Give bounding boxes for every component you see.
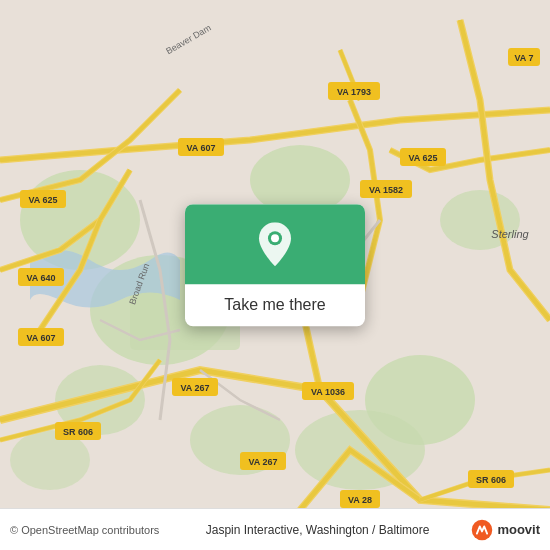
moovit-logo: moovit: [471, 519, 540, 541]
svg-text:VA 625: VA 625: [28, 195, 57, 205]
moovit-icon: [471, 519, 493, 541]
svg-text:VA 1793: VA 1793: [337, 87, 371, 97]
svg-text:VA 28: VA 28: [348, 495, 372, 505]
svg-point-45: [271, 234, 279, 242]
popup-body: Take me there: [185, 284, 365, 326]
svg-text:Sterling: Sterling: [491, 228, 529, 240]
svg-point-6: [295, 410, 425, 490]
location-text: Jaspin Interactive, Washington / Baltimo…: [164, 523, 472, 537]
popup-label: Take me there: [224, 296, 325, 313]
svg-text:VA 607: VA 607: [26, 333, 55, 343]
svg-point-5: [440, 190, 520, 250]
svg-text:VA 625: VA 625: [408, 153, 437, 163]
svg-text:VA 7: VA 7: [514, 53, 533, 63]
map-container: VA 625 VA 640 VA 607 VA 1793 VA 1582 VA …: [0, 0, 550, 550]
popup-header: [185, 204, 365, 284]
svg-text:VA 607: VA 607: [186, 143, 215, 153]
svg-text:VA 1582: VA 1582: [369, 185, 403, 195]
location-pin-icon: [257, 222, 293, 266]
bottom-bar: © OpenStreetMap contributors Jaspin Inte…: [0, 508, 550, 550]
copyright-text: © OpenStreetMap contributors: [10, 524, 164, 536]
svg-text:SR 606: SR 606: [476, 475, 506, 485]
moovit-text: moovit: [497, 522, 540, 537]
location-popup[interactable]: Take me there: [185, 204, 365, 326]
svg-text:VA 267: VA 267: [180, 383, 209, 393]
svg-text:VA 640: VA 640: [26, 273, 55, 283]
svg-text:VA 1036: VA 1036: [311, 387, 345, 397]
svg-text:SR 606: SR 606: [63, 427, 93, 437]
svg-text:VA 267: VA 267: [248, 457, 277, 467]
